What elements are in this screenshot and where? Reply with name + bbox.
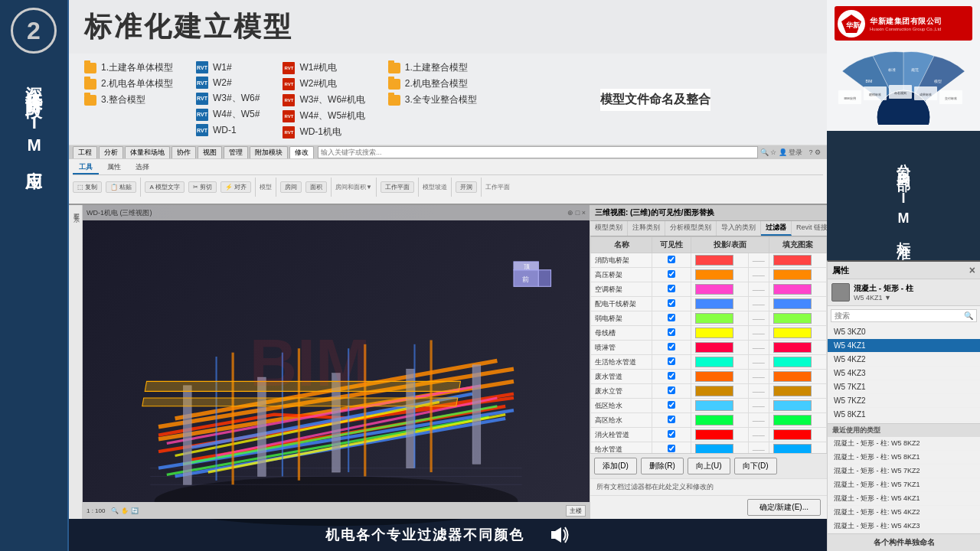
rib-btn-openings[interactable]: 开洞: [456, 181, 477, 193]
filter-vis-10[interactable]: [652, 399, 691, 413]
btn-delete[interactable]: 删除(R): [641, 458, 684, 474]
btn-add[interactable]: 添加(D): [594, 458, 637, 474]
rib-btn-align[interactable]: ⚡ 对齐: [220, 181, 251, 193]
filter-color-3[interactable]: [691, 297, 748, 311]
filter-vis-11[interactable]: [652, 413, 691, 428]
rib-tab-tools[interactable]: 工具: [73, 161, 99, 174]
filter-row-0[interactable]: 消防电桥架 ——: [591, 253, 827, 268]
filter-row-1[interactable]: 高压桥架 ——: [591, 268, 827, 282]
filter-vis-0[interactable]: [652, 253, 691, 268]
filter-color-9[interactable]: [691, 384, 748, 399]
filter-color-6[interactable]: [691, 341, 748, 355]
type-item-5[interactable]: W5 7KZ2: [828, 394, 980, 408]
filter-fill-4[interactable]: [769, 311, 826, 326]
filter-row-11[interactable]: 高区给水 ——: [591, 413, 827, 428]
recent-item-4[interactable]: 混凝土 - 矩形 - 柱: W5 4KZ1: [828, 492, 980, 506]
filter-color-12[interactable]: [691, 428, 748, 442]
rib-tab-select[interactable]: 选择: [129, 161, 155, 174]
rib-btn-copy[interactable]: ⬚ 复制: [73, 181, 102, 193]
filter-vis-2[interactable]: [652, 282, 691, 297]
tab-engineering[interactable]: 工程: [73, 146, 97, 158]
rib-btn-cut[interactable]: ✂ 剪切: [188, 181, 217, 193]
filter-fill-3[interactable]: [769, 297, 826, 311]
rib-btn-workplane[interactable]: 工作平面: [381, 181, 414, 193]
pan-icon[interactable]: ✋: [121, 507, 129, 514]
main-3d-view[interactable]: WD-1机电 (三维视图) ⊕ □ ×: [83, 205, 590, 519]
filter-fill-2[interactable]: [769, 282, 826, 297]
tab-view[interactable]: 视图: [198, 146, 222, 158]
filter-vis-12[interactable]: [652, 428, 691, 442]
props-close-btn[interactable]: ×: [969, 264, 975, 276]
recent-item-0[interactable]: 混凝土 - 矩形 - 柱: W5 8KZ2: [828, 437, 980, 451]
type-search-input[interactable]: [835, 311, 964, 320]
recent-item-2[interactable]: 混凝土 - 矩形 - 柱: W5 7KZ2: [828, 465, 980, 478]
filter-fill-10[interactable]: [769, 399, 826, 413]
tab-massing[interactable]: 体量和场地: [125, 146, 170, 158]
filter-row-4[interactable]: 弱电桥架 ——: [591, 311, 827, 326]
filter-row-10[interactable]: 低区给水 ——: [591, 399, 827, 413]
filter-fill-0[interactable]: [769, 253, 826, 268]
fp-tab-annotation[interactable]: 注释类别: [628, 221, 665, 236]
fp-tab-filters[interactable]: 过滤器: [761, 221, 792, 236]
btn-confirm[interactable]: 确定/新建(E)...: [747, 499, 821, 516]
filter-row-2[interactable]: 空调桥架 ——: [591, 282, 827, 297]
rib-btn-room[interactable]: 房间: [280, 181, 302, 193]
filter-row-8[interactable]: 废水管道 ——: [591, 370, 827, 384]
filter-vis-9[interactable]: [652, 384, 691, 399]
filter-color-1[interactable]: [691, 268, 748, 282]
type-item-1[interactable]: W5 4KZ1: [828, 339, 980, 353]
tab-addons[interactable]: 附加模块: [250, 146, 288, 158]
fp-tab-revit[interactable]: Revit 链接: [792, 221, 827, 236]
rib-btn-paste[interactable]: 📋 粘贴: [106, 181, 136, 193]
type-item-2[interactable]: W5 4KZ2: [828, 353, 980, 367]
filter-color-11[interactable]: [691, 413, 748, 428]
fp-tab-import[interactable]: 导入的类别: [717, 221, 761, 236]
revit-search-input[interactable]: [318, 146, 758, 158]
filter-fill-6[interactable]: [769, 341, 826, 355]
filter-vis-8[interactable]: [652, 370, 691, 384]
filter-vis-13[interactable]: [652, 442, 691, 454]
filter-vis-1[interactable]: [652, 268, 691, 282]
filter-vis-4[interactable]: [652, 311, 691, 326]
filter-vis-7[interactable]: [652, 355, 691, 370]
orbit-icon[interactable]: 🔄: [131, 507, 139, 514]
filter-vis-3[interactable]: [652, 297, 691, 311]
rib-tab-props[interactable]: 属性: [101, 161, 127, 174]
tab-manage[interactable]: 管理: [224, 146, 248, 158]
zoom-icon[interactable]: 🔍: [111, 507, 119, 514]
filter-fill-11[interactable]: [769, 413, 826, 428]
filter-row-7[interactable]: 生活给水管道 ——: [591, 355, 827, 370]
filter-row-6[interactable]: 喷淋管 ——: [591, 341, 827, 355]
fp-tab-analysis[interactable]: 分析模型类别: [665, 221, 717, 236]
filter-color-4[interactable]: [691, 311, 748, 326]
type-item-0[interactable]: W5 3KZ0: [828, 325, 980, 339]
type-item-6[interactable]: W5 8KZ1: [828, 408, 980, 422]
filter-row-5[interactable]: 母线槽 ——: [591, 326, 827, 341]
rib-btn-area[interactable]: 面积: [305, 181, 327, 193]
props-dropdown[interactable]: W5 4KZ1 ▼: [854, 294, 913, 302]
recent-item-6[interactable]: 混凝土 - 矩形 - 柱: W5 4KZ3: [828, 520, 980, 533]
filter-fill-5[interactable]: [769, 326, 826, 341]
filter-row-13[interactable]: 给水管道 ——: [591, 442, 827, 454]
tab-modify[interactable]: 修改: [289, 146, 314, 158]
filter-fill-12[interactable]: [769, 428, 826, 442]
filter-fill-7[interactable]: [769, 355, 826, 370]
type-item-3[interactable]: W5 4KZ3: [828, 367, 980, 380]
filter-fill-9[interactable]: [769, 384, 826, 399]
filter-fill-1[interactable]: [769, 268, 826, 282]
filter-color-0[interactable]: [691, 253, 748, 268]
recent-item-5[interactable]: 混凝土 - 矩形 - 柱: W5 4KZ2: [828, 506, 980, 520]
view-type-dropdown[interactable]: 主楼: [566, 505, 586, 517]
filter-color-2[interactable]: [691, 282, 748, 297]
btn-down[interactable]: 向下(D): [734, 458, 777, 474]
filter-color-8[interactable]: [691, 370, 748, 384]
tab-collaborate[interactable]: 协作: [172, 146, 196, 158]
tab-analysis[interactable]: 分析: [99, 146, 123, 158]
recent-item-3[interactable]: 混凝土 - 矩形 - 柱: W5 7KZ1: [828, 478, 980, 492]
type-item-4[interactable]: W5 7KZ1: [828, 380, 980, 394]
filter-row-9[interactable]: 废水立管 ——: [591, 384, 827, 399]
filter-vis-5[interactable]: [652, 326, 691, 341]
fp-tab-model[interactable]: 模型类别: [590, 221, 628, 236]
filter-fill-13[interactable]: [769, 442, 826, 454]
filter-color-13[interactable]: [691, 442, 748, 454]
